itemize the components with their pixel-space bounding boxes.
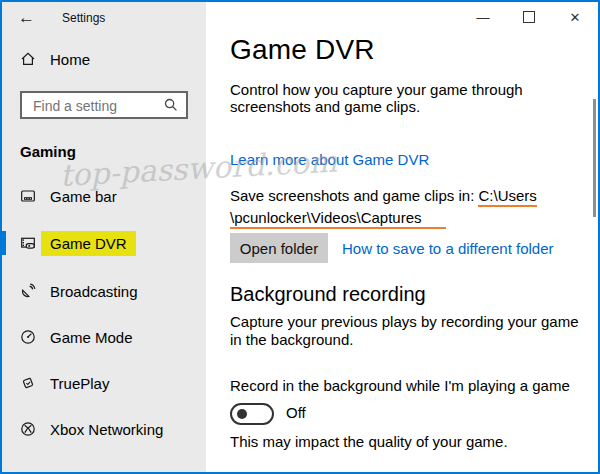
sidebar-section-gaming: Gaming [20,143,76,160]
sidebar-item-xbox-networking[interactable]: Xbox Networking [2,415,206,443]
gamebar-icon [20,188,36,204]
xbox-networking-icon [20,421,36,437]
background-recording-desc-line2: in the background. [230,331,579,349]
maximize-button[interactable] [506,2,552,32]
quality-impact-note: This may impact the quality of your game… [230,433,508,450]
search-input[interactable] [31,95,160,117]
sidebar-item-label-highlighted: Game DVR [41,231,136,256]
background-recording-description: Capture your previous plays by recording… [230,313,579,349]
search-box[interactable] [20,91,188,119]
maximize-icon [523,11,535,23]
background-recording-desc-line1: Capture your previous plays by recording… [230,313,579,331]
background-recording-title: Background recording [230,283,426,306]
toggle-state-label: Off [286,404,306,421]
sidebar-item-label: Broadcasting [50,283,138,300]
page-description: Control how you capture your game throug… [230,81,523,115]
open-folder-button[interactable]: Open folder [230,233,328,263]
page-description-line2: screenshots and game clips. [230,98,523,115]
broadcasting-icon [20,283,36,299]
record-background-toggle[interactable] [230,403,274,425]
sidebar-item-game-mode[interactable]: Game Mode [2,323,206,351]
trueplay-icon [20,375,36,391]
sidebar-item-trueplay[interactable]: TruePlay [2,369,206,397]
learn-more-link[interactable]: Learn more about Game DVR [230,151,429,168]
save-path-part1: C:\Users [478,187,536,207]
close-button[interactable]: ✕ [552,2,598,32]
sidebar-item-game-dvr[interactable]: Game DVR [2,229,206,257]
scrollbar-thumb[interactable] [593,99,596,217]
save-path-part2: \pcunlocker\Videos\Captures [230,209,446,229]
home-icon [20,51,36,67]
sidebar-item-label: Xbox Networking [50,421,163,438]
sidebar-item-label: Game bar [50,188,117,205]
back-button[interactable]: ← [18,8,35,28]
sidebar-item-label: Game Mode [50,329,133,346]
page-title: Game DVR [230,34,375,66]
sidebar-item-home[interactable]: Home [2,45,206,73]
sidebar-item-label: TruePlay [50,375,109,392]
page-description-line1: Control how you capture your game throug… [230,81,523,98]
toggle-knob [237,409,247,419]
gamedvr-icon [20,235,36,251]
minimize-button[interactable]: — [460,2,506,32]
save-location-line1: Save screenshots and game clips in: C:\U… [230,185,537,207]
sidebar-item-label: Home [50,51,90,68]
record-background-toggle-label: Record in the background while I'm playi… [230,377,570,394]
settings-window: ← Settings — ✕ Home Gaming Game bar [0,0,600,474]
gamemode-icon [20,329,36,345]
save-location-prefix: Save screenshots and game clips in: [230,187,478,204]
sidebar-item-broadcasting[interactable]: Broadcasting [2,277,206,305]
sidebar-item-game-bar[interactable]: Game bar [2,182,206,210]
different-folder-link[interactable]: How to save to a different folder [342,240,554,257]
search-icon[interactable] [163,97,179,113]
save-location-line2: \pcunlocker\Videos\Captures [230,207,537,229]
save-location-text: Save screenshots and game clips in: C:\U… [230,185,537,229]
window-title: Settings [62,11,105,25]
